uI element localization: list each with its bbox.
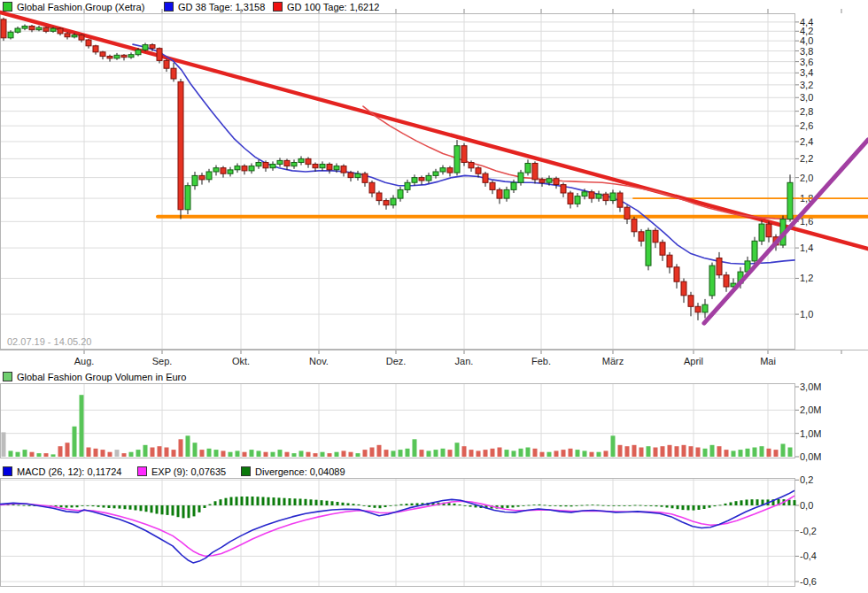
candle — [766, 224, 771, 237]
divergence-bar — [108, 505, 111, 508]
volume-bar — [101, 450, 105, 457]
divergence-bar — [639, 505, 642, 506]
divergence-bar — [60, 505, 63, 507]
volume-bar — [611, 435, 616, 457]
macd-swatch — [3, 466, 12, 476]
exp-label: EXP (9): 0,07635 — [151, 466, 226, 477]
divergence-bar — [172, 505, 174, 516]
divergence-bar — [693, 505, 695, 511]
volume-bar — [703, 449, 708, 457]
price-axis-label: 3,0 — [800, 92, 813, 103]
volume-bar — [122, 453, 127, 457]
divergence-bar — [411, 504, 414, 505]
volume-bar — [363, 450, 368, 457]
volume-bar — [58, 446, 63, 457]
candle — [341, 166, 346, 173]
macd-axis-label: -0,6 — [800, 576, 817, 587]
candle — [546, 179, 552, 183]
divergence-bar — [756, 499, 759, 505]
candle — [277, 160, 283, 164]
divergence-bar — [161, 505, 164, 514]
candle — [178, 81, 183, 209]
gd100-label: GD 100 Tage: 1,6212 — [287, 2, 379, 12]
divergence-bar — [400, 504, 403, 505]
candle — [157, 49, 162, 61]
divergence-bar — [725, 504, 727, 505]
volume-bar — [342, 451, 346, 457]
candle — [646, 230, 651, 266]
price-series-swatch — [3, 2, 12, 12]
divergence-bar — [198, 505, 201, 512]
divergence-bar — [257, 497, 260, 505]
candle — [107, 57, 112, 58]
macd-line — [0, 490, 794, 563]
divergence-bar — [289, 498, 291, 505]
divergence-bar — [305, 499, 307, 505]
divergence-bar — [92, 505, 95, 506]
x-axis-month-label: Okt. — [232, 356, 250, 366]
divergence-bar — [581, 505, 584, 506]
price-axis-label: 3,2 — [800, 80, 813, 90]
volume-bar — [420, 450, 424, 457]
divergence-bar — [225, 498, 228, 505]
volume-bar — [314, 453, 318, 457]
divergence-bar — [565, 505, 568, 506]
main-price-panel — [0, 12, 868, 323]
divergence-bar — [597, 504, 600, 505]
divergence-bar — [730, 503, 732, 506]
volume-bar — [264, 452, 268, 457]
candle — [632, 219, 637, 232]
price-axis-label: 2,8 — [800, 106, 813, 117]
volume-bar — [73, 427, 77, 457]
divergence-swatch — [241, 466, 251, 476]
candle — [391, 198, 396, 205]
candle — [412, 178, 417, 183]
volume-bar — [618, 445, 623, 457]
candle — [263, 163, 268, 168]
x-axis-month-label: Nov. — [309, 356, 329, 366]
divergence-bar — [384, 505, 387, 507]
divergence-bar — [113, 505, 116, 508]
candle — [554, 179, 559, 185]
divergence-bar — [592, 504, 594, 505]
candle — [603, 194, 608, 200]
volume-bar — [689, 446, 694, 457]
candle — [624, 207, 630, 219]
candle — [511, 182, 516, 189]
divergence-bar — [23, 505, 26, 506]
volume-bar — [661, 446, 665, 457]
divergence-bar — [666, 505, 669, 508]
volume-bar — [746, 449, 750, 457]
candle — [653, 230, 658, 243]
uptrend-line — [704, 140, 868, 323]
divergence-bar — [746, 500, 748, 506]
volume-bar — [306, 452, 311, 457]
candle — [589, 192, 594, 198]
divergence-bar — [586, 504, 589, 505]
price-axis-label: 2,4 — [800, 136, 813, 147]
candle — [29, 27, 35, 30]
divergence-bar — [214, 501, 217, 505]
divergence-bar — [119, 505, 121, 509]
candle — [284, 160, 290, 166]
volume-bar — [625, 446, 630, 457]
divergence-bar — [448, 503, 451, 505]
volume-bar — [547, 452, 552, 457]
divergence-bar — [18, 505, 20, 506]
candle — [22, 27, 27, 29]
divergence-bar — [66, 505, 68, 508]
volume-axis-label: 3,0M — [800, 381, 821, 392]
volume-bar — [725, 450, 729, 457]
x-axis-month-label: März — [602, 356, 624, 366]
volume-bar — [448, 450, 453, 457]
price-axis-label: 3,8 — [800, 46, 813, 57]
candle — [298, 158, 304, 162]
volume-bar — [16, 452, 20, 457]
candle — [539, 180, 545, 182]
price-axis-label: 1,0 — [800, 309, 813, 320]
divergence-bar — [395, 505, 398, 506]
divergence-bar — [294, 498, 297, 505]
volume-bar — [399, 450, 403, 457]
volume-bar — [37, 453, 42, 457]
divergence-bar — [299, 499, 302, 506]
